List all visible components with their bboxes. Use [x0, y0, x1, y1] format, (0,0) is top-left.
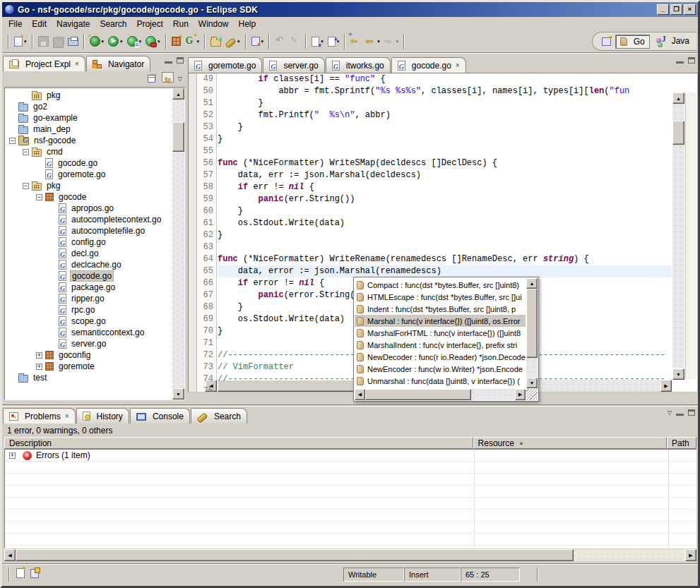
open-resource-icon[interactable]: [209, 35, 223, 48]
close-button[interactable]: ×: [684, 4, 696, 15]
popup-resize-grip[interactable]: [526, 389, 538, 400]
minimize-view-icon[interactable]: [676, 414, 684, 416]
tree-item-gocode-go[interactable]: gocode.go: [5, 157, 172, 169]
tree-item-config-go[interactable]: config.go: [5, 236, 172, 248]
dropdown-arrow-icon[interactable]: ▾: [158, 39, 160, 44]
dropdown-arrow-icon[interactable]: ▾: [396, 39, 399, 44]
maximize-view-icon[interactable]: [688, 409, 695, 416]
scroll-left-icon[interactable]: ◀: [4, 549, 16, 561]
tree-item-goconfig[interactable]: +goconfig: [5, 349, 172, 361]
problems-row-errors[interactable]: +×Errors (1 item): [5, 450, 696, 462]
print-icon[interactable]: [66, 35, 80, 47]
tree-item-gocode[interactable]: −gocode: [5, 191, 172, 203]
tree-expander-minus-icon[interactable]: −: [23, 183, 29, 189]
menu-run[interactable]: Run: [168, 18, 194, 30]
minimize-button[interactable]: _: [657, 4, 669, 15]
menu-search[interactable]: Search: [95, 18, 131, 30]
prev-annotation-icon[interactable]: ▾: [326, 35, 341, 48]
tree-expander-plus-icon[interactable]: +: [36, 352, 42, 359]
tab-server-go[interactable]: server.go: [263, 57, 324, 73]
run-icon[interactable]: ▾: [107, 35, 124, 48]
tree-item-rpc-go[interactable]: rpc.go: [5, 304, 172, 316]
completion-item-newencoder[interactable]: NewEncoder : func(w io.Writer) *json.Enc…: [355, 363, 526, 375]
tab-gocode-go[interactable]: gocode.go×: [391, 57, 466, 73]
dropdown-arrow-icon[interactable]: ▾: [197, 39, 200, 44]
new-go-application-icon[interactable]: ▾: [184, 35, 201, 48]
view-menu-icon[interactable]: ▽: [668, 409, 672, 416]
tree-expander-minus-icon[interactable]: −: [23, 149, 29, 155]
tab-goremote-go[interactable]: goremote.go: [188, 57, 262, 73]
overview-ruler[interactable]: [685, 92, 696, 379]
tree-item-goremote[interactable]: +goremote: [5, 361, 172, 372]
tree-item-decl-go[interactable]: decl.go: [5, 248, 172, 259]
open-perspective-icon[interactable]: [600, 36, 612, 47]
last-edit-icon[interactable]: [349, 35, 362, 48]
problems-hscrollbar[interactable]: ◀ ▶: [4, 549, 696, 561]
completion-item-indent[interactable]: Indent : func(dst *bytes.Buffer, src []u…: [355, 303, 526, 315]
scroll-thumb[interactable]: [365, 389, 471, 400]
format-icon[interactable]: [288, 35, 302, 48]
save-all-icon[interactable]: [52, 34, 65, 49]
scroll-thumb[interactable]: [672, 121, 684, 145]
completion-item-compact[interactable]: Compact : func(dst *bytes.Buffer, src []…: [355, 279, 526, 291]
back-icon[interactable]: ▾: [364, 35, 381, 48]
perspective-go[interactable]: Go: [615, 35, 650, 49]
minimize-editor-icon[interactable]: [676, 61, 684, 64]
collapse-all-icon[interactable]: [146, 73, 157, 84]
fast-view-icon[interactable]: [16, 568, 25, 581]
popup-vscrollbar[interactable]: ▲ ▼: [526, 278, 538, 388]
dropdown-arrow-icon[interactable]: ▾: [377, 39, 380, 44]
column-header-path[interactable]: Path: [667, 437, 696, 449]
perspective-java[interactable]: Java: [652, 35, 694, 47]
scroll-right-icon[interactable]: ▶: [685, 549, 696, 561]
tree-item-go2[interactable]: go2: [5, 101, 172, 112]
tree-item-server-go[interactable]: server.go: [5, 338, 172, 349]
scroll-down-icon[interactable]: ▼: [526, 378, 538, 388]
close-tab-icon[interactable]: ×: [75, 60, 79, 68]
completion-item-marshal[interactable]: Marshal : func(v interface{}) ([]uint8, …: [355, 315, 526, 327]
minimize-view-icon[interactable]: [165, 61, 172, 64]
tree-item-goremote-go[interactable]: goremote.go: [5, 169, 172, 180]
title-bar[interactable]: Go - nsf-gocode/src/pkg/gocode/gocode.go…: [2, 2, 698, 17]
tab-search[interactable]: Search: [191, 408, 247, 424]
tree-item-scope-go[interactable]: scope.go: [5, 316, 172, 327]
tab-problems[interactable]: Problems×: [3, 408, 76, 424]
undo-icon[interactable]: [273, 35, 287, 48]
editor-vscrollbar[interactable]: ▲: [672, 92, 684, 368]
new-wizard-icon[interactable]: ▾: [13, 35, 28, 48]
menu-navigate[interactable]: Navigate: [52, 18, 95, 30]
tree-expander-minus-icon[interactable]: −: [9, 138, 16, 144]
tab-itworks-go[interactable]: itworks.go: [326, 57, 391, 73]
scroll-down-icon[interactable]: ▼: [172, 388, 184, 400]
scroll-thumb[interactable]: [526, 289, 538, 358]
scroll-thumb[interactable]: [172, 122, 184, 152]
completion-item-marshalindent[interactable]: MarshalIndent : func(v interface{}, pref…: [355, 339, 526, 351]
scroll-down-icon[interactable]: ▼: [672, 368, 684, 380]
dropdown-arrow-icon[interactable]: ▾: [237, 39, 240, 44]
tree-item-semanticcontext-go[interactable]: semanticcontext.go: [5, 327, 172, 338]
scroll-right-icon[interactable]: ▶: [515, 389, 526, 400]
link-with-editor-icon[interactable]: [162, 72, 174, 85]
menu-file[interactable]: File: [4, 18, 27, 30]
run-history-icon[interactable]: ▾: [126, 35, 143, 48]
tree-expander-minus-icon[interactable]: −: [36, 194, 42, 200]
forward-icon[interactable]: ▾: [383, 35, 401, 48]
tree-expander-plus-icon[interactable]: +: [36, 364, 42, 370]
tree-item-pkg[interactable]: −pkg: [5, 180, 172, 191]
tab-project-expl[interactable]: Project Expl×: [3, 56, 85, 71]
completion-item-newdecoder[interactable]: NewDecoder : func(r io.Reader) *json.Dec…: [355, 351, 526, 363]
maximize-editor-icon[interactable]: [688, 57, 695, 64]
maximize-view-icon[interactable]: [177, 57, 184, 64]
tree-item-go-example[interactable]: go-example: [5, 112, 172, 124]
tab-console[interactable]: Console: [130, 408, 190, 424]
scroll-left-icon[interactable]: ◀: [355, 389, 365, 400]
smart-insert-icon[interactable]: [30, 568, 39, 581]
tree-item-cmd[interactable]: −cmd: [5, 146, 172, 157]
annotation-ruler[interactable]: [189, 73, 197, 392]
profile-icon[interactable]: ▾: [144, 35, 162, 48]
search-toolbar-icon[interactable]: ▾: [224, 36, 242, 47]
close-tab-icon[interactable]: ×: [456, 61, 460, 69]
tree-item-main-dep[interactable]: main_dep: [5, 124, 172, 135]
save-icon[interactable]: [37, 35, 50, 48]
menu-edit[interactable]: Edit: [27, 18, 52, 30]
